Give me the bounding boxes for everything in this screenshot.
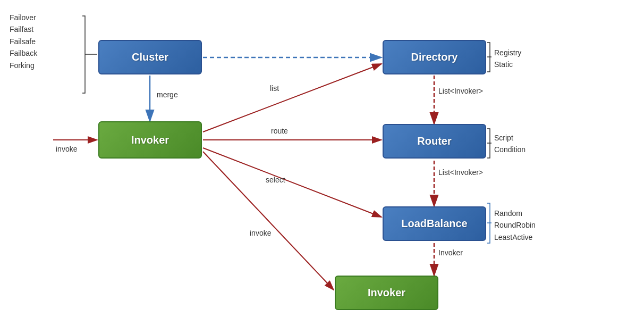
- invoker-bottom-box: Invoker: [335, 276, 438, 310]
- failfast-item: Failfast: [10, 23, 37, 35]
- list-label: list: [270, 84, 279, 93]
- invoke-bottom-label: invoke: [250, 229, 271, 237]
- router-label: Router: [417, 135, 451, 147]
- invoker-single-label: Invoker: [438, 248, 463, 257]
- random-item: Random: [494, 207, 536, 219]
- loadbalance-label: LoadBalance: [401, 218, 467, 230]
- invoke-label: invoke: [56, 145, 77, 153]
- invoker-top-label: Invoker: [131, 134, 169, 146]
- route-label: route: [271, 127, 288, 135]
- registry-item: Registry: [494, 47, 521, 59]
- invoker-top-box: Invoker: [98, 121, 202, 159]
- svg-line-9: [203, 152, 334, 290]
- directory-box: Directory: [383, 40, 486, 74]
- script-item: Script: [494, 132, 526, 144]
- select-label: select: [266, 176, 285, 184]
- loadbalance-types-list: Random RoundRobin LeastActive: [494, 207, 536, 243]
- cluster-types-list: Failover Failfast Failsafe Failback Fork…: [10, 12, 37, 71]
- static-item: Static: [494, 59, 521, 70]
- svg-line-8: [203, 148, 382, 217]
- router-box: Router: [383, 124, 486, 159]
- merge-label: merge: [157, 90, 178, 99]
- cluster-box: Cluster: [98, 40, 202, 74]
- svg-line-6: [203, 64, 382, 132]
- loadbalance-box: LoadBalance: [383, 206, 486, 241]
- arrows-svg: [0, 0, 644, 333]
- condition-item: Condition: [494, 144, 526, 155]
- directory-label: Directory: [411, 51, 458, 63]
- invoker-bottom-label: Invoker: [368, 287, 405, 299]
- failsafe-item: Failsafe: [10, 36, 37, 47]
- roundrobin-item: RoundRobin: [494, 219, 536, 231]
- failover-item: Failover: [10, 12, 37, 23]
- directory-types-list: Registry Static: [494, 47, 521, 71]
- router-types-list: Script Condition: [494, 132, 526, 156]
- forking-item: Forking: [10, 60, 37, 71]
- list-invoker-2-label: List<Invoker>: [438, 168, 483, 177]
- list-invoker-1-label: List<Invoker>: [438, 87, 483, 95]
- cluster-label: Cluster: [132, 51, 168, 63]
- leastactive-item: LeastActive: [494, 231, 536, 243]
- failback-item: Failback: [10, 47, 37, 59]
- diagram-container: Cluster Invoker Directory Router LoadBal…: [0, 0, 644, 333]
